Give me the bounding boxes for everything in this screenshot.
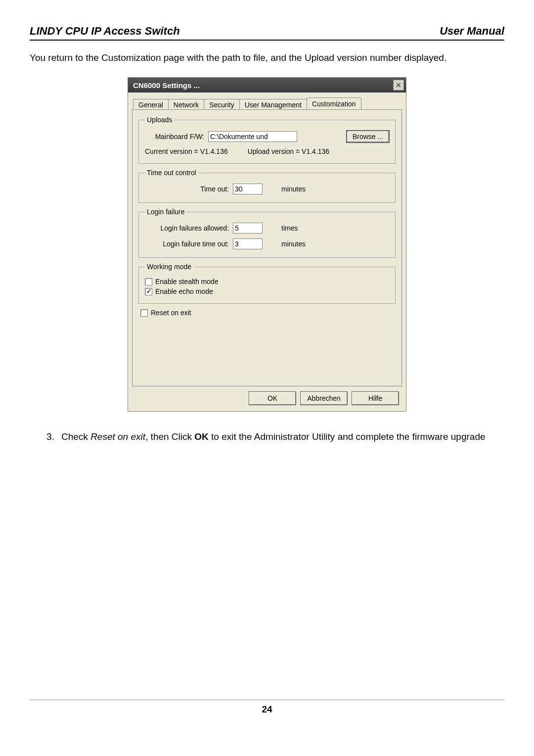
group-uploads: Uploads Mainboard F/W: Browse ... Curren…: [138, 116, 396, 164]
instruction-mid: , then Click: [145, 431, 194, 442]
page-number: 24: [262, 704, 272, 714]
timeout-unit: minutes: [281, 185, 306, 193]
upload-version-label: Upload version = V1.4.136: [248, 147, 329, 155]
help-button[interactable]: Hilfe: [352, 391, 399, 405]
instruction-number: 3.: [46, 431, 61, 442]
group-working-mode-legend: Working mode: [145, 263, 193, 271]
instruction-text: Check Reset on exit, then Click OK to ex…: [61, 431, 486, 442]
instruction-italic: Reset on exit: [90, 431, 145, 442]
tab-network[interactable]: Network: [168, 99, 204, 110]
mainboard-fw-label: Mainboard F/W:: [145, 133, 204, 141]
tab-bar: General Network Security User Management…: [133, 96, 402, 109]
settings-dialog: CN6000 Settings ... ✕ General Network Se…: [128, 77, 406, 412]
group-login-failure-legend: Login failure: [145, 208, 186, 216]
login-failure-timeout-unit: minutes: [281, 240, 306, 248]
dialog-button-bar: OK Abbrechen Hilfe: [132, 386, 402, 406]
instruction-post: to exit the Administrator Utility and co…: [209, 431, 486, 442]
echo-mode-label: Enable echo mode: [155, 287, 213, 295]
tab-user-management[interactable]: User Management: [239, 99, 307, 110]
timeout-label: Time out:: [145, 185, 229, 193]
tab-panel-customization: Uploads Mainboard F/W: Browse ... Curren…: [132, 109, 402, 386]
group-login-failure: Login failure Login failures allowed: ti…: [138, 208, 396, 258]
group-timeout-legend: Time out control: [145, 169, 198, 177]
instruction-bold: OK: [194, 431, 209, 442]
instruction-item: 3. Check Reset on exit, then Click OK to…: [46, 431, 504, 442]
group-working-mode: Working mode Enable stealth mode Enable …: [138, 263, 396, 304]
page-header: LINDY CPU IP Access Switch User Manual: [30, 25, 504, 41]
close-icon[interactable]: ✕: [393, 80, 404, 91]
current-version-label: Current version = V1.4.136: [145, 147, 228, 155]
stealth-mode-label: Enable stealth mode: [155, 278, 219, 285]
login-failures-allowed-input[interactable]: [233, 223, 263, 234]
group-timeout: Time out control Time out: minutes: [138, 169, 396, 203]
login-failure-timeout-input[interactable]: [233, 238, 263, 249]
ok-button[interactable]: OK: [249, 391, 296, 405]
intro-paragraph: You return to the Customization page wit…: [30, 52, 504, 63]
login-failures-allowed-label: Login failures allowed:: [145, 224, 229, 232]
browse-button[interactable]: Browse ...: [347, 131, 389, 142]
tab-customization[interactable]: Customization: [307, 97, 361, 109]
instruction-pre: Check: [61, 431, 90, 442]
tab-general[interactable]: General: [133, 99, 169, 110]
login-failures-allowed-unit: times: [281, 224, 298, 232]
mainboard-fw-input[interactable]: [208, 131, 297, 142]
dialog-title: CN6000 Settings ...: [133, 81, 200, 90]
tab-security[interactable]: Security: [204, 99, 240, 110]
doc-title-left: LINDY CPU IP Access Switch: [30, 25, 180, 38]
page-footer: 24: [30, 700, 504, 715]
doc-title-right: User Manual: [440, 25, 504, 38]
cancel-button[interactable]: Abbrechen: [300, 391, 348, 405]
dialog-titlebar: CN6000 Settings ... ✕: [128, 78, 406, 93]
timeout-input[interactable]: [233, 184, 263, 194]
reset-on-exit-label: Reset on exit: [151, 309, 191, 317]
echo-mode-checkbox[interactable]: [145, 288, 152, 295]
login-failure-timeout-label: Login failure time out:: [145, 240, 229, 248]
group-uploads-legend: Uploads: [145, 116, 174, 124]
stealth-mode-checkbox[interactable]: [145, 278, 152, 285]
reset-on-exit-checkbox[interactable]: [140, 309, 148, 317]
